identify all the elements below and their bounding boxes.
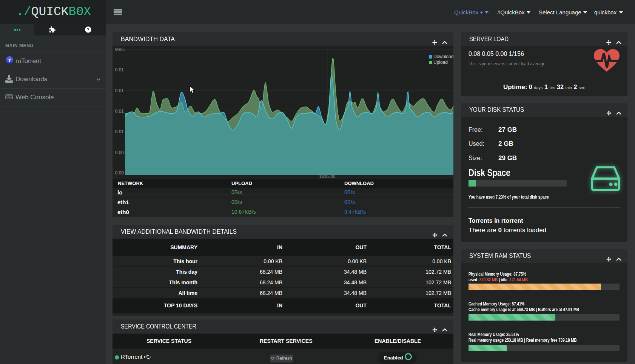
svg-text:?: ?	[87, 27, 89, 32]
svg-text:r: r	[8, 57, 11, 63]
